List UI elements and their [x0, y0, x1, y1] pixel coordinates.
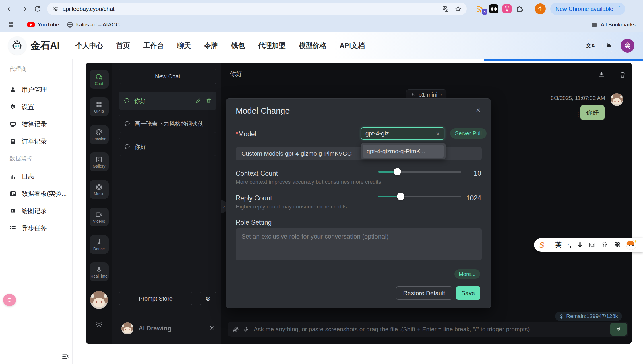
reply-count-slider[interactable]	[378, 193, 461, 200]
sidebar-item-logs[interactable]: 日志	[9, 168, 34, 185]
list-divider	[112, 315, 221, 315]
bookmark-youtube[interactable]: YouTube	[27, 22, 59, 28]
ime-keyboard-icon[interactable]	[589, 241, 596, 249]
brand-title[interactable]: 金石AI	[30, 39, 60, 52]
message-menu-icon[interactable]: ⋮	[575, 111, 581, 117]
page-translate-icon[interactable]	[442, 5, 449, 12]
conversation-item[interactable]: 你好	[119, 138, 216, 156]
rss-extension-icon[interactable]: 5	[476, 4, 485, 13]
ime-voice-icon[interactable]	[577, 242, 583, 248]
conversation-settings-gear-icon[interactable]	[208, 324, 216, 332]
list-user-avatar[interactable]	[121, 322, 133, 334]
sidebar-item-order-records[interactable]: 订单记录	[9, 133, 47, 150]
sogou-logo-icon[interactable]: S	[539, 241, 544, 249]
more-button[interactable]: More...	[454, 269, 480, 279]
server-pull-button[interactable]: Server Pull	[450, 128, 487, 139]
nav-item-api-docs[interactable]: API文档	[340, 41, 365, 50]
rail-item-music[interactable]: Music	[90, 180, 109, 199]
url-text[interactable]: api.leebay.cyou/chat	[63, 6, 115, 12]
sidebar-collapse-icon[interactable]	[62, 353, 69, 360]
conversation-item[interactable]: 画一张吉卜力风格的钢铁侠	[119, 115, 216, 133]
model-dropdown-option[interactable]: gpt-4-gizmo-g-PimK...	[363, 145, 444, 158]
nav-item-tokens[interactable]: 令牌	[204, 41, 218, 50]
nav-item-affiliate[interactable]: 代理加盟	[258, 41, 286, 50]
download-chat-icon[interactable]	[598, 71, 605, 78]
nav-item-profile[interactable]: 个人中心	[75, 41, 103, 50]
attach-paperclip-icon[interactable]	[233, 326, 239, 333]
slider-handle[interactable]	[394, 168, 401, 175]
slider-handle[interactable]	[397, 193, 404, 200]
user-icon	[9, 86, 16, 93]
new-chat-button[interactable]: New Chat	[119, 69, 216, 84]
rail-item-videos[interactable]: Videos	[90, 208, 109, 226]
all-bookmarks-button[interactable]: All Bookmarks	[591, 18, 636, 32]
model-select[interactable]: gpt-4-giz ∨	[361, 127, 444, 140]
nav-right-actions: 文A 离	[584, 32, 634, 59]
rail-item-gallery[interactable]: Gallery	[90, 152, 109, 171]
save-button[interactable]: Save	[456, 286, 480, 300]
sidebar-item-async-tasks[interactable]: 异步任务	[9, 220, 47, 237]
voice-input-icon[interactable]	[243, 326, 249, 333]
role-setting-textarea[interactable]	[236, 228, 482, 260]
feature-rail: Chat GPTs Drawing Gallery Music Videos	[86, 63, 112, 344]
conversation-item-active[interactable]: 你好	[119, 92, 216, 110]
edit-conversation-icon[interactable]	[195, 98, 202, 104]
nav-item-home[interactable]: 首页	[116, 41, 130, 50]
message-avatar	[611, 93, 623, 106]
sidebar-item-settings[interactable]: 设置	[9, 98, 34, 116]
sidebar-item-drawing-records[interactable]: 绘图记录	[9, 202, 47, 220]
reload-icon[interactable]	[34, 5, 41, 13]
nav-item-workbench[interactable]: 工作台	[143, 41, 164, 50]
close-circle-button[interactable]: ⊗	[200, 292, 216, 305]
chat-input-bar	[228, 322, 628, 337]
send-button[interactable]	[610, 323, 627, 336]
modal-title: Model Change	[236, 106, 290, 116]
ime-skin-icon[interactable]	[601, 241, 608, 248]
url-bar[interactable]: api.leebay.cyou/chat	[47, 3, 467, 15]
delete-chat-icon[interactable]	[619, 71, 626, 78]
sidebar-item-settlement-records[interactable]: 结算记录	[9, 116, 47, 133]
prompt-store-button[interactable]: Prompt Store	[119, 292, 192, 305]
new-chrome-button[interactable]: New Chrome available ⋮	[550, 3, 625, 15]
apps-grid-icon[interactable]	[7, 21, 14, 28]
ime-language-mode[interactable]: 英	[555, 241, 562, 249]
monitor-icon	[9, 121, 16, 128]
rail-user-avatar[interactable]	[90, 291, 108, 309]
nav-item-chat[interactable]: 聊天	[177, 41, 191, 50]
nav-item-wallet[interactable]: 钱包	[231, 41, 245, 50]
restore-default-button[interactable]: Restore Default	[396, 286, 452, 300]
dark-extension-icon[interactable]	[489, 4, 498, 13]
rail-settings-gear-icon[interactable]	[95, 321, 103, 329]
rail-item-drawing[interactable]: Drawing	[90, 125, 109, 144]
context-count-slider[interactable]	[378, 168, 461, 175]
message-input[interactable]	[254, 326, 610, 333]
close-icon[interactable]: ×	[476, 106, 481, 114]
ime-punctuation-icon[interactable]: ·,	[567, 241, 572, 249]
bar-chart-icon	[9, 173, 16, 180]
bookmark-kalos[interactable]: kalos.art – AIAGC...	[67, 21, 124, 28]
rail-item-gpts[interactable]: GPTs	[90, 97, 109, 116]
bookmark-star-icon[interactable]	[455, 5, 462, 12]
translate-extension-icon[interactable]: 中A	[502, 4, 512, 13]
extensions-puzzle-icon[interactable]	[516, 4, 525, 13]
rail-item-chat[interactable]: Chat	[90, 70, 109, 89]
notification-bell-icon[interactable]	[602, 39, 615, 52]
browser-profile-avatar[interactable]: 李	[535, 3, 546, 14]
brand-logo-icon[interactable]	[8, 36, 26, 55]
ime-mascot-icon[interactable]: ✦	[626, 240, 636, 250]
user-avatar[interactable]: 离	[621, 39, 634, 53]
language-toggle-icon[interactable]: 文A	[584, 39, 597, 52]
chrome-menu-icon[interactable]: ⋮	[616, 5, 622, 13]
forward-icon[interactable]	[20, 5, 28, 13]
floating-service-widget[interactable]	[3, 294, 16, 306]
rail-item-realtime[interactable]: RealTime	[90, 262, 109, 281]
back-icon[interactable]	[6, 5, 14, 13]
sidebar-item-dashboard[interactable]: 数据看板(实验...	[9, 185, 67, 202]
nav-item-pricing[interactable]: 模型价格	[299, 41, 326, 50]
gallery-icon	[95, 156, 103, 163]
ime-menu-grid-icon[interactable]	[614, 241, 621, 248]
sidebar-item-user-management[interactable]: 用户管理	[9, 81, 47, 98]
rail-item-dance[interactable]: Dance	[90, 235, 109, 254]
delete-conversation-icon[interactable]	[206, 98, 212, 104]
globe-icon	[67, 21, 73, 28]
